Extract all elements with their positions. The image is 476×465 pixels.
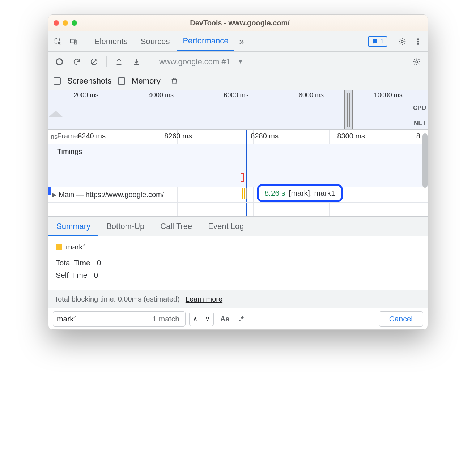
self-time-label: Self Time	[56, 271, 88, 280]
window-title: DevTools - www.google.com/	[77, 19, 403, 27]
capture-options: Screenshots Memory	[48, 72, 428, 90]
summary-name-row: mark1	[56, 243, 420, 251]
learn-more-link[interactable]: Learn more	[186, 295, 222, 303]
cpu-sparkline	[48, 107, 428, 118]
search-input[interactable]	[57, 315, 152, 323]
svg-point-8	[416, 61, 418, 63]
main-tabbar: Elements Sources Performance » 1	[48, 31, 428, 52]
search-bar: 1 match ∧ ∨ Aa .* Cancel	[48, 308, 428, 329]
zoom-window-icon[interactable]	[72, 20, 77, 26]
net-label: NET	[414, 120, 426, 127]
summary-panel: mark1 Total Time 0 Self Time 0	[48, 236, 428, 290]
callout-label: [mark]: mark1	[289, 189, 335, 197]
flame-header: ns Frames 8240 ms 8260 ms 8280 ms 8300 m…	[48, 130, 428, 144]
devtools-window: DevTools - www.google.com/ Elements Sour…	[48, 14, 428, 330]
search-nav: ∧ ∨	[189, 312, 214, 326]
settings-icon[interactable]	[395, 34, 409, 49]
screenshots-label: Screenshots	[67, 76, 111, 86]
tick: 6000 ms	[224, 91, 248, 99]
blocking-time-bar: Total blocking time: 0.00ms (estimated) …	[48, 290, 428, 308]
tick: 10000 ms	[374, 91, 403, 99]
upload-icon[interactable]	[112, 55, 126, 69]
color-swatch	[56, 244, 62, 250]
cancel-button[interactable]: Cancel	[379, 311, 423, 327]
tab-elements[interactable]: Elements	[89, 31, 133, 51]
tick: 8260 ms	[135, 132, 221, 140]
blocking-text: Total blocking time: 0.00ms (estimated)	[54, 295, 180, 303]
svg-point-5	[417, 41, 418, 42]
issues-badge[interactable]: 1	[368, 36, 387, 47]
issues-count: 1	[380, 38, 384, 45]
overview-timeline[interactable]: 2000 ms 4000 ms 6000 ms 8000 ms 10000 ms…	[48, 90, 428, 130]
regex-toggle[interactable]: .*	[236, 315, 246, 323]
subtab-eventlog[interactable]: Event Log	[200, 217, 252, 236]
clear-icon[interactable]	[87, 55, 101, 69]
total-time-label: Total Time	[56, 259, 90, 267]
recording-name: www.google.com #1	[159, 57, 230, 67]
tab-sources[interactable]: Sources	[135, 31, 176, 51]
task-stripes	[242, 188, 247, 199]
next-match-button[interactable]: ∨	[201, 312, 214, 326]
svg-point-4	[417, 38, 418, 39]
memory-label: Memory	[132, 76, 160, 86]
timing-marker[interactable]	[241, 173, 244, 182]
separator	[404, 56, 404, 67]
main-thread-label: Main — https://www.google.com/	[59, 191, 164, 199]
record-icon[interactable]	[52, 55, 67, 69]
overview-ticks: 2000 ms 4000 ms 6000 ms 8000 ms 10000 ms	[48, 91, 428, 99]
tick: 8280 ms	[221, 132, 308, 140]
prev-match-button[interactable]: ∧	[189, 312, 201, 326]
close-window-icon[interactable]	[54, 20, 59, 26]
callout-time: 8.26 s	[264, 189, 285, 197]
mark-callout[interactable]: 8.26 s [mark]: mark1	[257, 184, 343, 202]
separator	[391, 36, 391, 47]
inspect-element-icon[interactable]	[51, 34, 65, 49]
download-icon[interactable]	[129, 55, 144, 69]
tick: 8240 ms	[48, 132, 135, 140]
total-time-row: Total Time 0	[56, 259, 420, 267]
main-thread-row[interactable]: ▶ Main — https://www.google.com/	[48, 187, 428, 203]
svg-point-6	[417, 43, 418, 44]
capture-settings-icon[interactable]	[409, 55, 424, 69]
device-toolbar-icon[interactable]	[67, 34, 81, 49]
svg-point-3	[401, 40, 403, 43]
tick: 8300 ms	[308, 132, 394, 140]
reload-icon[interactable]	[69, 55, 84, 69]
total-time-value: 0	[97, 259, 101, 267]
summary-name: mark1	[66, 243, 87, 251]
flame-ticks: 8240 ms 8260 ms 8280 ms 8300 ms 8	[48, 132, 428, 140]
tab-performance[interactable]: Performance	[177, 31, 234, 51]
timings-row[interactable]: Timings	[48, 144, 428, 187]
recording-selector[interactable]: www.google.com #1 ▼	[154, 57, 248, 67]
details-tabbar: Summary Bottom-Up Call Tree Event Log	[48, 217, 428, 236]
window-controls	[54, 20, 77, 26]
match-count: 1 match	[152, 315, 179, 323]
self-time-value: 0	[94, 271, 98, 280]
timings-label: Timings	[57, 148, 82, 156]
more-tabs-icon[interactable]: »	[235, 37, 247, 47]
screenshots-checkbox[interactable]	[54, 77, 61, 85]
self-time-row: Self Time 0	[56, 271, 420, 280]
subtab-summary[interactable]: Summary	[48, 217, 98, 236]
time-cursor[interactable]	[246, 130, 247, 216]
tick: 2000 ms	[73, 91, 98, 99]
performance-toolbar: www.google.com #1 ▼	[48, 52, 428, 72]
flame-chart[interactable]: ns Frames 8240 ms 8260 ms 8280 ms 8300 m…	[48, 130, 428, 217]
titlebar: DevTools - www.google.com/	[48, 15, 428, 31]
search-box: 1 match	[53, 311, 186, 327]
subtab-bottomup[interactable]: Bottom-Up	[98, 217, 152, 236]
separator	[149, 56, 149, 67]
kebab-menu-icon[interactable]	[411, 34, 425, 49]
separator	[254, 56, 254, 67]
dropdown-icon: ▼	[238, 59, 243, 65]
memory-checkbox[interactable]	[118, 77, 125, 85]
scrollbar[interactable]	[422, 133, 428, 188]
tick: 8000 ms	[299, 91, 324, 99]
expand-icon[interactable]: ▶	[52, 191, 56, 198]
tick: 4000 ms	[149, 91, 174, 99]
separator	[85, 36, 85, 47]
minimize-window-icon[interactable]	[63, 20, 68, 26]
case-toggle[interactable]: Aa	[217, 315, 233, 323]
subtab-calltree[interactable]: Call Tree	[152, 217, 200, 236]
gc-icon[interactable]	[167, 74, 182, 88]
